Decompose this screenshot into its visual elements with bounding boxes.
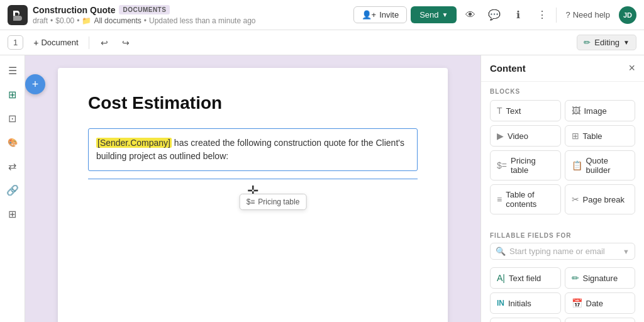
panel-header: Content × <box>481 55 644 82</box>
right-panel: Content × BLOCKS T Text 🖼 Image ▶ Video <box>480 55 644 322</box>
sidebar-theme-icon[interactable]: 🎨 <box>3 132 23 152</box>
pencil-icon: ✏ <box>584 38 591 47</box>
sidebar-grid-icon[interactable]: ⊡ <box>3 108 23 128</box>
search-chevron-icon: ▼ <box>623 248 630 255</box>
line-block: ✛ $≡ Pricing table <box>88 179 418 204</box>
info-button[interactable]: ℹ <box>508 5 528 25</box>
more-options-button[interactable]: ⋮ <box>532 5 552 25</box>
blocks-section: BLOCKS T Text 🖼 Image ▶ Video ⊞ Table <box>481 82 644 227</box>
toc-block-icon: ≡ <box>497 194 502 204</box>
table-block-icon: ⊞ <box>572 131 579 141</box>
main-area: ☰ ⊞ ⊡ 🎨 ⇄ 🔗 ⊞ + Cost Estimation [Sender.… <box>0 55 644 322</box>
panel-title: Content <box>490 63 526 74</box>
block-pricing-label: Pricing table <box>511 156 554 175</box>
comment-button[interactable]: 💬 <box>484 5 504 25</box>
sidebar-menu-icon[interactable]: ☰ <box>3 60 23 80</box>
help-label: Need help <box>573 10 610 19</box>
plus-icon: + <box>33 38 38 48</box>
topbar: Construction Quote DOCUMENTS draft • $0.… <box>0 0 644 30</box>
updated-time: Updated less than a minute ago <box>149 16 255 25</box>
eye-button[interactable]: 👁 <box>460 5 480 25</box>
document-title: Construction Quote <box>33 5 115 15</box>
invite-button[interactable]: 👤+ Invite <box>353 6 408 23</box>
redo-button[interactable]: ↪ <box>116 33 136 53</box>
sidebar-link-icon[interactable]: 🔗 <box>3 180 23 200</box>
add-document-button[interactable]: + Document <box>28 36 83 50</box>
question-icon: ? <box>565 10 570 19</box>
sidebar-variables-icon[interactable]: ⇄ <box>3 156 23 176</box>
folder-icon: 📁 <box>82 16 91 25</box>
fillable-header: FILLABLE FIELDS FOR 🔍 ▼ <box>481 227 644 267</box>
block-pagebreak[interactable]: ✂ Page break <box>565 184 636 214</box>
field-date[interactable]: 📅 Date <box>565 292 636 314</box>
blocks-grid: T Text 🖼 Image ▶ Video ⊞ Table $= Pri <box>490 100 635 214</box>
block-image-label: Image <box>584 106 607 116</box>
send-chevron-icon: ▼ <box>442 11 448 18</box>
blocks-label: BLOCKS <box>490 88 635 95</box>
page-number: 1 <box>13 38 18 47</box>
send-button[interactable]: Send ▼ <box>411 6 457 23</box>
block-pricing[interactable]: $= Pricing table <box>490 150 561 180</box>
undo-button[interactable]: ↩ <box>94 33 114 53</box>
block-table-label: Table <box>583 131 602 141</box>
document-meta: draft • $0.00 • 📁 All documents • Update… <box>33 16 255 25</box>
field-date-label: Date <box>586 299 603 308</box>
field-initials[interactable]: IN Initials <box>490 292 561 314</box>
date-field-icon: 📅 <box>572 298 582 308</box>
page-count[interactable]: 1 <box>8 35 23 50</box>
block-table[interactable]: ⊞ Table <box>565 125 636 147</box>
divider <box>556 8 557 23</box>
canvas-area: + Cost Estimation [Sender.Company] has c… <box>25 55 480 322</box>
text-block[interactable]: [Sender.Company] has created the followi… <box>88 128 418 171</box>
video-block-icon: ▶ <box>497 131 504 141</box>
pricing-table-tooltip: $≡ Pricing table <box>240 194 307 210</box>
panel-close-button[interactable]: × <box>628 62 635 75</box>
user-avatar[interactable]: JD <box>619 6 636 24</box>
editing-mode-button[interactable]: ✏ Editing ▼ <box>577 35 636 50</box>
price-value: $0.00 <box>55 16 74 25</box>
search-input[interactable] <box>509 247 619 256</box>
all-documents-link[interactable]: All documents <box>94 16 141 25</box>
field-checkbox[interactable]: ☑ Checkbox <box>490 318 561 322</box>
block-text-label: Text <box>506 106 521 116</box>
fillable-search[interactable]: 🔍 ▼ <box>490 243 635 260</box>
block-video-label: Video <box>508 131 528 141</box>
sidebar-apps-icon[interactable]: ⊞ <box>3 204 23 224</box>
block-quote-label: Quote builder <box>586 156 629 175</box>
initials-field-icon: IN <box>497 299 504 308</box>
block-toc-label: Table of contents <box>506 190 553 209</box>
document-label: Document <box>41 38 78 47</box>
block-toc[interactable]: ≡ Table of contents <box>490 184 561 214</box>
field-text-label: Text field <box>509 274 541 283</box>
field-radio[interactable]: ◎ Radio <box>565 318 636 322</box>
sidebar-blocks-icon[interactable]: ⊞ <box>3 84 23 104</box>
block-text[interactable]: T Text <box>490 100 561 121</box>
editing-chevron-icon: ▼ <box>623 39 630 46</box>
fields-grid: A| Text field ✏ Signature IN Initials 📅 … <box>481 267 644 322</box>
field-signature[interactable]: ✏ Signature <box>565 267 636 289</box>
document-heading: Cost Estimation <box>88 93 418 113</box>
block-image[interactable]: 🖼 Image <box>565 100 636 121</box>
sender-field[interactable]: [Sender.Company] <box>96 138 172 148</box>
block-quote[interactable]: 📋 Quote builder <box>565 150 636 180</box>
fillable-label: FILLABLE FIELDS FOR <box>490 232 635 239</box>
toolbar: 1 + Document ↩ ↪ ✏ Editing ▼ <box>0 30 644 55</box>
invite-label: Invite <box>379 10 399 19</box>
draft-status: draft <box>33 16 48 25</box>
image-block-icon: 🖼 <box>572 106 580 116</box>
field-text[interactable]: A| Text field <box>490 267 561 289</box>
left-sidebar: ☰ ⊞ ⊡ 🎨 ⇄ 🔗 ⊞ <box>0 55 25 322</box>
block-video[interactable]: ▶ Video <box>490 125 561 147</box>
invite-icon: 👤+ <box>362 10 377 19</box>
text-field-icon: A| <box>497 273 505 283</box>
text-block-icon: T <box>497 106 502 116</box>
pagebreak-block-icon: ✂ <box>572 194 579 204</box>
quote-block-icon: 📋 <box>572 160 582 170</box>
document-page: Cost Estimation [Sender.Company] has cre… <box>58 68 448 322</box>
search-icon: 🔍 <box>496 247 506 256</box>
pricing-label: Pricing table <box>258 197 299 206</box>
add-block-fab[interactable]: + <box>25 74 45 94</box>
send-label: Send <box>419 10 438 19</box>
help-link[interactable]: ? Need help <box>560 8 615 22</box>
block-pagebreak-label: Page break <box>583 195 625 204</box>
